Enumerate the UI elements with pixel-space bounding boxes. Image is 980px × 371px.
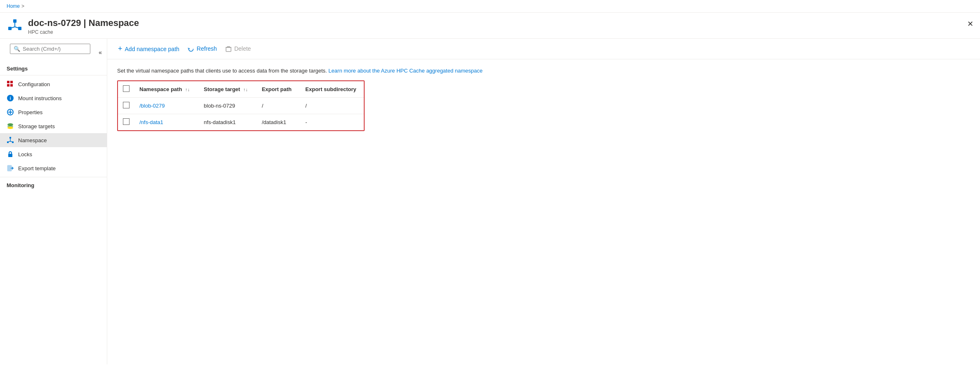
sidebar-item-configuration[interactable]: Configuration — [0, 77, 107, 91]
sidebar-item-export-label: Export template — [18, 165, 56, 171]
row1-export-path: / — [255, 98, 299, 114]
table-row: /blob-0279 blob-ns-0729 / / — [118, 98, 364, 114]
row2-export-subdirectory: - — [299, 114, 364, 131]
sidebar-item-properties[interactable]: Properties — [0, 105, 107, 119]
svg-text:i: i — [9, 96, 11, 101]
monitoring-section-label: Monitoring — [0, 179, 107, 190]
delete-button[interactable]: Delete — [223, 44, 253, 54]
toolbar: + Add namespace path Refresh — [107, 39, 980, 59]
breadcrumb-home[interactable]: Home — [7, 3, 20, 9]
svg-rect-24 — [8, 154, 12, 157]
col-export-subdirectory-label: Export subdirectory — [305, 86, 356, 92]
col-storage-target-label: Storage target — [204, 86, 240, 92]
svg-rect-7 — [7, 84, 9, 87]
row2-storage-target: nfs-datadisk1 — [197, 114, 255, 131]
svg-rect-18 — [9, 137, 11, 139]
row2-namespace-path: /nfs-data1 — [133, 114, 197, 131]
svg-rect-0 — [13, 19, 16, 23]
add-namespace-label: Add namespace path — [125, 46, 179, 52]
hpc-icon — [7, 18, 23, 34]
delete-label: Delete — [234, 45, 251, 52]
header-checkbox-cell — [118, 81, 133, 98]
svg-rect-27 — [226, 47, 231, 52]
row1-export-subdirectory: / — [299, 98, 364, 114]
svg-rect-8 — [10, 81, 13, 83]
top-bar: Home > — [0, 0, 980, 13]
page-subtitle: HPC cache — [28, 29, 139, 35]
col-export-path: Export path — [255, 81, 299, 98]
settings-section-label: Settings — [0, 62, 107, 73]
table-row: /nfs-data1 nfs-datadisk1 /datadisk1 - — [118, 114, 364, 131]
namespace-icon — [7, 136, 14, 144]
delete-icon — [225, 45, 232, 52]
properties-icon — [7, 108, 14, 116]
refresh-label: Refresh — [197, 45, 217, 52]
table-header: Namespace path ↑↓ Storage target ↑↓ Expo… — [118, 81, 364, 98]
search-icon: 🔍 — [14, 46, 20, 52]
col-namespace-path: Namespace path ↑↓ — [133, 81, 197, 98]
add-icon: + — [118, 45, 122, 53]
sidebar-item-namespace-label: Namespace — [18, 137, 47, 143]
header-text: doc-ns-0729 | Namespace HPC cache — [28, 18, 139, 35]
storage-icon — [7, 122, 14, 130]
row1-checkbox[interactable] — [123, 102, 130, 108]
svg-point-17 — [7, 127, 13, 129]
sidebar: 🔍 « Settings Configuration — [0, 39, 107, 364]
main-layout: 🔍 « Settings Configuration — [0, 39, 980, 364]
namespace-table-container: Namespace path ↑↓ Storage target ↑↓ Expo… — [117, 80, 365, 131]
lock-icon — [7, 150, 14, 158]
collapse-button[interactable]: « — [95, 47, 105, 57]
sidebar-search-row: 🔍 « — [0, 42, 107, 62]
info-icon: i — [7, 94, 14, 102]
sidebar-item-namespace[interactable]: Namespace — [0, 133, 107, 147]
sidebar-item-export-template[interactable]: Export template — [0, 161, 107, 175]
add-namespace-path-button[interactable]: + Add namespace path — [115, 43, 182, 55]
breadcrumb: Home > — [7, 3, 24, 9]
row1-namespace-path: /blob-0279 — [133, 98, 197, 114]
row2-checkbox[interactable] — [123, 118, 130, 125]
col-export-path-label: Export path — [262, 86, 292, 92]
breadcrumb-sep: > — [21, 3, 24, 9]
sidebar-item-locks-label: Locks — [18, 151, 32, 157]
sidebar-item-storage-label: Storage targets — [18, 123, 55, 129]
col-namespace-path-label: Namespace path — [139, 86, 182, 92]
sidebar-item-mount-label: Mount instructions — [18, 95, 62, 101]
export-icon — [7, 164, 14, 172]
config-icon — [7, 80, 14, 88]
namespace-sort-icons[interactable]: ↑↓ — [185, 87, 190, 92]
row1-checkbox-cell — [118, 98, 133, 114]
learn-more-link[interactable]: Learn more about the Azure HPC Cache agg… — [328, 68, 483, 74]
page-title: doc-ns-0729 | Namespace — [28, 18, 139, 28]
col-storage-target: Storage target ↑↓ — [197, 81, 255, 98]
svg-line-23 — [10, 141, 13, 142]
storage-sort-icons[interactable]: ↑↓ — [243, 87, 248, 92]
sidebar-item-properties-label: Properties — [18, 109, 42, 115]
row2-checkbox-cell — [118, 114, 133, 131]
row1-namespace-link[interactable]: /blob-0279 — [139, 103, 165, 109]
sidebar-item-locks[interactable]: Locks — [0, 147, 107, 161]
content-area: Set the virtual namespace paths that cli… — [107, 59, 980, 364]
svg-rect-9 — [10, 84, 13, 87]
header-checkbox[interactable] — [123, 85, 130, 92]
main-content: + Add namespace path Refresh — [107, 39, 980, 364]
namespace-table: Namespace path ↑↓ Storage target ↑↓ Expo… — [118, 81, 364, 130]
search-input[interactable] — [23, 46, 87, 52]
search-bar[interactable]: 🔍 — [10, 44, 90, 54]
page-header: doc-ns-0729 | Namespace HPC cache ✕ — [0, 13, 980, 39]
col-export-subdirectory: Export subdirectory — [299, 81, 364, 98]
row2-export-path: /datadisk1 — [255, 114, 299, 131]
sidebar-item-configuration-label: Configuration — [18, 81, 50, 87]
settings-divider — [0, 75, 107, 75]
refresh-button[interactable]: Refresh — [185, 44, 219, 54]
svg-line-22 — [8, 141, 10, 142]
refresh-icon — [188, 45, 194, 52]
close-button[interactable]: ✕ — [967, 19, 973, 28]
row2-namespace-link[interactable]: /nfs-data1 — [139, 119, 163, 125]
sidebar-item-storage-targets[interactable]: Storage targets — [0, 119, 107, 133]
monitoring-divider — [0, 177, 107, 177]
svg-rect-6 — [7, 81, 9, 83]
sidebar-item-mount-instructions[interactable]: i Mount instructions — [0, 91, 107, 105]
row1-storage-target: blob-ns-0729 — [197, 98, 255, 114]
description-text: Set the virtual namespace paths that cli… — [117, 68, 327, 74]
table-body: /blob-0279 blob-ns-0729 / / /nfs-data1 — [118, 98, 364, 131]
